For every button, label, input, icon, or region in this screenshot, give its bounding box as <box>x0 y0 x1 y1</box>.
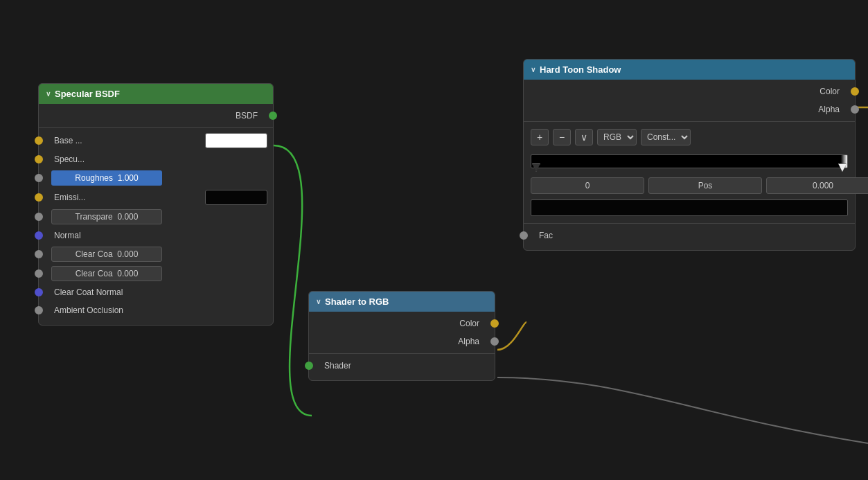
roughness-field[interactable] <box>51 170 162 186</box>
hardtoon-alpha-row: Alpha <box>524 100 855 118</box>
emission-field[interactable] <box>205 190 267 205</box>
gradient-bar-wrapper[interactable] <box>531 151 848 172</box>
gradient-bar[interactable] <box>531 154 848 168</box>
hard-toon-chevron[interactable]: ∨ <box>531 66 535 73</box>
normal-label: Normal <box>54 231 81 240</box>
specular-bsdf-node: ∨ Specular BSDF BSDF Base ... Specu... E… <box>38 83 274 326</box>
transparency-field[interactable] <box>51 209 162 224</box>
expand-btn[interactable]: ∨ <box>575 129 593 145</box>
ambient-occlusion-row: Ambient Occlusion <box>39 301 273 319</box>
hardtoon-alpha-socket[interactable] <box>851 105 859 114</box>
emission-row: Emissi... <box>39 188 273 207</box>
emission-socket[interactable] <box>35 193 43 202</box>
specular-chevron[interactable]: ∨ <box>46 90 51 98</box>
clearcoat2-row <box>39 264 273 283</box>
shader-rgb-header: ∨ Shader to RGB <box>309 292 495 312</box>
add-stop-button[interactable]: + <box>531 129 549 145</box>
hardtoon-color-socket[interactable] <box>851 87 859 96</box>
divider1 <box>39 127 273 128</box>
roughness-row <box>39 168 273 188</box>
ambient-occlusion-socket[interactable] <box>35 306 43 314</box>
bsdf-output-row: BSDF <box>39 107 273 125</box>
hard-toon-header: ∨ Hard Toon Shadow <box>524 60 855 80</box>
clearcoat-normal-label: Clear Coat Normal <box>54 287 123 297</box>
clearcoat2-socket[interactable] <box>35 269 43 278</box>
shader-alpha-label: Alpha <box>458 337 479 346</box>
gradient-container: + − ∨ RGB HSV HSL Const... Linear Ease <box>524 125 855 220</box>
clearcoat1-socket[interactable] <box>35 250 43 258</box>
fac-socket[interactable] <box>520 231 528 240</box>
clearcoat1-field[interactable] <box>51 247 162 262</box>
hard-toon-body: Color Alpha + − ∨ RGB HSV HSL Const... <box>524 80 855 250</box>
clearcoat1-row <box>39 245 273 264</box>
hard-toon-title: Hard Toon Shadow <box>540 64 621 75</box>
ambient-occlusion-label: Ambient Occlusion <box>54 305 123 315</box>
clearcoat2-field[interactable] <box>51 266 162 281</box>
bsdf-output-socket[interactable] <box>269 112 277 120</box>
base-label: Base ... <box>54 136 82 145</box>
base-row: Base ... <box>39 131 273 150</box>
shader-divider <box>309 353 495 354</box>
hardtoon-color-row: Color <box>524 82 855 100</box>
transparency-row <box>39 207 273 226</box>
gradient-pos-row <box>531 177 848 194</box>
fac-label: Fac <box>539 231 553 240</box>
hardtoon-alpha-label: Alpha <box>818 105 840 114</box>
normal-row: Normal <box>39 226 273 245</box>
shader-color-output-row: Color <box>309 314 495 332</box>
remove-stop-button[interactable]: − <box>553 129 571 145</box>
fac-input-row: Fac <box>524 226 855 245</box>
ht-divider1 <box>524 121 855 122</box>
interp-mode-select[interactable]: Const... Linear Ease <box>641 129 691 145</box>
shader-rgb-title: Shader to RGB <box>325 296 389 307</box>
color-mode-select[interactable]: RGB HSV HSL <box>597 129 637 145</box>
shader-input-label: Shader <box>324 361 351 371</box>
specular-bsdf-body: BSDF Base ... Specu... Emissi... <box>39 104 273 325</box>
gradient-toolbar: + − ∨ RGB HSV HSL Const... Linear Ease <box>531 129 848 145</box>
specular-socket[interactable] <box>35 155 43 163</box>
hardtoon-color-label: Color <box>820 87 840 96</box>
specular-label: Specu... <box>54 154 85 164</box>
shader-rgb-chevron[interactable]: ∨ <box>316 298 321 305</box>
hard-toon-shadow-node: ∨ Hard Toon Shadow Color Alpha + − ∨ RGB… <box>523 59 856 251</box>
roughness-socket[interactable] <box>35 174 43 182</box>
specular-title: Specular BSDF <box>55 89 120 99</box>
color-preview-bar[interactable] <box>531 199 848 216</box>
bsdf-output-label: BSDF <box>236 111 258 121</box>
base-socket[interactable] <box>35 136 43 145</box>
shader-alpha-socket[interactable] <box>490 337 499 346</box>
shader-to-rgb-node: ∨ Shader to RGB Color Alpha Shader <box>308 291 495 381</box>
shader-alpha-output-row: Alpha <box>309 332 495 350</box>
shader-color-label: Color <box>459 319 479 328</box>
normal-socket[interactable] <box>35 231 43 240</box>
emission-label: Emissi... <box>54 193 85 202</box>
shader-input-row: Shader <box>309 357 495 375</box>
shader-rgb-body: Color Alpha Shader <box>309 312 495 380</box>
clearcoat-normal-socket[interactable] <box>35 288 43 296</box>
base-field[interactable] <box>205 133 267 148</box>
pos-value-field[interactable] <box>766 177 868 194</box>
transparency-socket[interactable] <box>35 213 43 221</box>
shader-color-socket[interactable] <box>490 319 499 328</box>
specular-bsdf-header: ∨ Specular BSDF <box>39 84 273 104</box>
shader-input-socket[interactable] <box>305 362 313 370</box>
clearcoat-normal-row: Clear Coat Normal <box>39 283 273 301</box>
specular-row: Specu... <box>39 150 273 168</box>
ht-divider2 <box>524 223 855 224</box>
pos-label-field <box>648 177 762 194</box>
stop-index-field[interactable] <box>531 177 644 194</box>
